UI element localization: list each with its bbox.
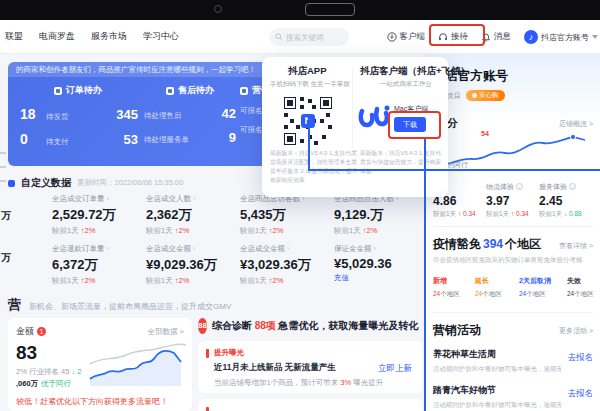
covid-tag-cancel-soon[interactable]: 2天后取消 24个地区 bbox=[519, 276, 567, 299]
shop-account-panel: 抖店官方账号 经营类目 安心购 分 店铺概况 > 54 的同行 4.86 较前1… bbox=[425, 54, 600, 411]
stat-note: 较前1天 bbox=[146, 226, 173, 235]
account-label: 抖店官方账号 bbox=[541, 32, 589, 43]
search-icon bbox=[275, 33, 283, 41]
douyin-shop-dashboard: 联盟 电商罗盘 服务市场 学习中心 客户端 接待 消息 ♪ 抖店 bbox=[0, 0, 600, 411]
todo-row[interactable]: 待处理售后 42 bbox=[144, 106, 236, 121]
client-download-button[interactable]: 客户端 bbox=[387, 31, 426, 43]
stat-card[interactable]: 全店成交人数 2,362万 较前1天 ↑2% bbox=[146, 194, 240, 236]
covid-tag-expired[interactable]: 失效 24个地区 bbox=[567, 276, 593, 299]
stat-value: ¥5,029.36 bbox=[334, 256, 428, 271]
diagnosis-item[interactable] bbox=[198, 399, 422, 411]
cut-stat-fragment: 万 bbox=[1, 251, 11, 265]
app-title: 抖店APP bbox=[288, 65, 327, 78]
todo-value: 345 bbox=[116, 107, 138, 122]
priority-bar bbox=[206, 407, 209, 411]
stat-change: ↑2% bbox=[81, 226, 96, 235]
marketing-item[interactable]: 养花种草生活周 活动期间护肤和午餐好物可集中曝光，逾期无法报名 去报名 bbox=[433, 348, 593, 374]
list-new-product-link[interactable]: 立即上新 bbox=[378, 363, 412, 375]
priority-bar bbox=[206, 349, 209, 358]
info-icon[interactable] bbox=[516, 183, 523, 190]
nav-item-learning-center[interactable]: 学习中心 bbox=[143, 30, 179, 43]
avatar: ♪ bbox=[524, 30, 538, 44]
signup-link[interactable]: 去报名 bbox=[568, 388, 594, 400]
search-box[interactable] bbox=[269, 28, 349, 46]
todo-row[interactable]: 0 待支付 53 bbox=[20, 131, 138, 147]
todo-row[interactable]: 待处理服务单 9 bbox=[144, 130, 236, 145]
browser-tab[interactable] bbox=[305, 3, 355, 16]
score-service[interactable]: 服务体验 2.45 较前1天 ↓ 0.88 bbox=[539, 182, 592, 219]
stat-value: 9,129.万 bbox=[334, 206, 428, 224]
shop-overview-link[interactable]: 店铺概况 > bbox=[559, 119, 593, 129]
marketing-title: 营销活动 bbox=[433, 322, 481, 339]
signup-link[interactable]: 去报名 bbox=[568, 352, 594, 364]
tag-unit: 个地区 bbox=[482, 290, 502, 297]
browser-titlebar bbox=[0, 0, 600, 20]
covid-detail-link[interactable]: 查看详情 > bbox=[559, 241, 593, 251]
badge-label: 安心购 bbox=[479, 91, 499, 100]
stat-label: 全店退款订单量 bbox=[52, 244, 146, 254]
score-note: 较前1天 bbox=[539, 210, 562, 217]
stat-card[interactable]: 全店成交金额 ¥9,029.36万 较前1天 ↑2% bbox=[146, 244, 240, 286]
info-icon[interactable] bbox=[569, 183, 576, 190]
peer-compare-fragment: 的同行 bbox=[447, 160, 468, 170]
stat-card[interactable]: 全店成交订单量 2,529.72万 较前1天 ↑2% bbox=[52, 194, 146, 236]
stat-change: ↑2% bbox=[81, 276, 96, 285]
covid-tag-extended[interactable]: 延长 24个地区 bbox=[475, 276, 519, 299]
recharge-link[interactable]: 充值 bbox=[334, 273, 349, 282]
qr-code bbox=[282, 95, 334, 147]
stat-card[interactable]: 全店商品点击人数 9,129.万 较前1天 ↑2% bbox=[334, 194, 428, 236]
mac-client-label: Mac客户端 bbox=[394, 104, 428, 114]
nav-item-alliance[interactable]: 联盟 bbox=[5, 30, 23, 43]
stat-card[interactable]: 全店退款订单量 6,372万 较前1天 ↑2% bbox=[52, 244, 146, 286]
nav-item-service-market[interactable]: 服务市场 bbox=[91, 30, 127, 43]
gmv-trend-chart bbox=[88, 334, 188, 386]
todo-group-aftersale: 售后待办 待处理售后 42 待处理服务单 9 bbox=[144, 84, 236, 145]
stat-value: 5,435万 bbox=[240, 206, 334, 224]
todo-count: 0 bbox=[20, 131, 40, 147]
gmv-card: 金额 1 全部数据 > 83 2% 行业排名 45 ↓ 2 ,060万优于同行 … bbox=[8, 318, 192, 411]
app-release-notes: 最新版本：抖店V5.4.0 1.支持代发货场景灵活配置，弹性管理单仓发货半径版本… bbox=[270, 149, 358, 185]
download-button[interactable]: 下载 bbox=[394, 117, 426, 132]
score-note: 较前1天 bbox=[433, 210, 456, 217]
activity-desc: 活动期间护肤和午餐好物可集中曝光，逾期无法报名 bbox=[433, 365, 561, 374]
covid-title-suffix: 个地区 bbox=[505, 237, 541, 251]
more-activities-link[interactable]: 更多活动 > bbox=[559, 326, 593, 336]
stat-note: 较前1天 bbox=[146, 276, 173, 285]
covid-region-count: 394 bbox=[483, 237, 503, 251]
search-input[interactable] bbox=[286, 33, 342, 42]
sidebar-fragment bbox=[0, 166, 6, 168]
todo-value: 9 bbox=[229, 130, 236, 145]
camera-notch-icon bbox=[214, 5, 222, 13]
stat-label: 全店成交金额 bbox=[146, 244, 240, 254]
nav-item-compass[interactable]: 电商罗盘 bbox=[39, 30, 75, 43]
score-label: 服务体验 bbox=[539, 182, 567, 192]
stat-change: ↑2% bbox=[363, 226, 378, 235]
industry-rank: 2% 行业排名 45 bbox=[16, 367, 69, 376]
stat-note: 较前1天 bbox=[240, 226, 267, 235]
peer-note: 优于同行 bbox=[41, 379, 71, 388]
account-menu[interactable]: ♪ 抖店官方账号 bbox=[524, 30, 598, 44]
tag-unit: 个地区 bbox=[574, 290, 594, 297]
stat-value: ¥9,029.36万 bbox=[146, 256, 240, 274]
diagnosis-item[interactable]: 提升曝光 近11月未上线新品 无新流量产生 当前店铺每增加1个商品，预计可带来 … bbox=[198, 341, 422, 393]
stat-note: 较前1天 bbox=[334, 226, 361, 235]
todo-group-orders: 订单待办 18 待发货 345 0 待支付 53 bbox=[20, 84, 138, 147]
tag-unit: 个地区 bbox=[526, 290, 546, 297]
todo-row[interactable]: 18 待发货 345 bbox=[20, 106, 138, 122]
todo-label: 待处理售后 bbox=[144, 111, 182, 121]
message-button[interactable]: 消息 bbox=[481, 31, 511, 43]
score-logistics[interactable]: 物流体验 3.97 较前1天 ↑ 0.34 bbox=[486, 182, 539, 219]
updated-time: 更新时间：2022/06/08 15:35:00 bbox=[77, 178, 183, 188]
marketing-item[interactable]: 踏青汽车好物节 活动期间护肤和午餐好物可集中曝光，逾期无法报名 去报名 bbox=[433, 384, 593, 410]
covid-tag-new[interactable]: 新增 24个地区 bbox=[433, 276, 475, 299]
client-release-notes: 最新版本：抖店V5.4.0 1.支持代发货与快捷短语能力，提升商家体验 bbox=[360, 149, 442, 176]
stat-card[interactable]: 全店商品总访客数 5,435万 较前1天 ↑2% bbox=[240, 194, 334, 236]
reception-button[interactable]: 接待 bbox=[438, 31, 468, 43]
sidebar-fragment bbox=[0, 152, 6, 154]
stat-card-deposit[interactable]: 保证金金额 ¥5,029.36 充值 bbox=[334, 244, 428, 286]
stat-card[interactable]: 全店成交金额 ¥3,029.36万 较前1天 ↑2% bbox=[240, 244, 334, 286]
group-title: 订单待办 bbox=[66, 84, 102, 97]
amount-tab[interactable]: 金额 bbox=[16, 325, 34, 338]
todo-value: 53 bbox=[124, 132, 138, 147]
diagnosis-title: 综合诊断 bbox=[212, 320, 252, 331]
